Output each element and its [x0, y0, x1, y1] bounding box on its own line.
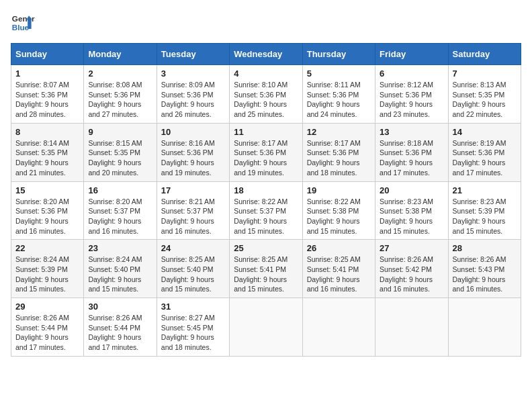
day-info: Sunrise: 8:20 AMSunset: 5:37 PMDaylight:… — [88, 197, 152, 236]
day-info: Sunrise: 8:20 AMSunset: 5:36 PMDaylight:… — [15, 197, 79, 236]
calendar-cell: 31Sunrise: 8:27 AMSunset: 5:45 PMDayligh… — [157, 298, 229, 357]
calendar-cell: 9Sunrise: 8:15 AMSunset: 5:35 PMDaylight… — [84, 123, 157, 181]
day-info: Sunrise: 8:10 AMSunset: 5:36 PMDaylight:… — [234, 80, 298, 120]
day-info: Sunrise: 8:21 AMSunset: 5:37 PMDaylight:… — [161, 197, 225, 236]
day-number: 16 — [88, 185, 152, 195]
day-info: Sunrise: 8:14 AMSunset: 5:35 PMDaylight:… — [15, 138, 79, 178]
day-info: Sunrise: 8:24 AMSunset: 5:40 PMDaylight:… — [88, 255, 152, 294]
day-info: Sunrise: 8:25 AMSunset: 5:41 PMDaylight:… — [307, 255, 371, 294]
calendar-cell: 6Sunrise: 8:12 AMSunset: 5:36 PMDaylight… — [375, 65, 448, 124]
day-info: Sunrise: 8:23 AMSunset: 5:39 PMDaylight:… — [453, 197, 517, 236]
calendar-cell: 1Sunrise: 8:07 AMSunset: 5:36 PMDaylight… — [11, 65, 84, 124]
day-info: Sunrise: 8:13 AMSunset: 5:35 PMDaylight:… — [453, 80, 517, 120]
day-number: 12 — [307, 127, 371, 137]
day-number: 7 — [453, 68, 517, 79]
day-number: 22 — [15, 243, 79, 253]
day-info: Sunrise: 8:17 AMSunset: 5:36 PMDaylight:… — [307, 138, 371, 178]
day-number: 5 — [307, 68, 371, 79]
day-info: Sunrise: 8:12 AMSunset: 5:36 PMDaylight:… — [380, 80, 443, 120]
calendar-cell: 16Sunrise: 8:20 AMSunset: 5:37 PMDayligh… — [84, 181, 157, 240]
calendar-week-1: 1Sunrise: 8:07 AMSunset: 5:36 PMDaylight… — [11, 65, 521, 124]
calendar-cell — [230, 298, 302, 357]
day-info: Sunrise: 8:27 AMSunset: 5:45 PMDaylight:… — [161, 313, 225, 353]
calendar-cell — [302, 298, 375, 357]
calendar-cell: 25Sunrise: 8:25 AMSunset: 5:41 PMDayligh… — [230, 240, 302, 298]
col-header-thursday: Thursday — [302, 44, 375, 65]
calendar-cell: 20Sunrise: 8:23 AMSunset: 5:38 PMDayligh… — [375, 181, 448, 240]
calendar-week-5: 29Sunrise: 8:26 AMSunset: 5:44 PMDayligh… — [11, 298, 521, 357]
day-number: 26 — [307, 243, 371, 253]
day-info: Sunrise: 8:24 AMSunset: 5:39 PMDaylight:… — [15, 255, 79, 294]
calendar-cell: 10Sunrise: 8:16 AMSunset: 5:36 PMDayligh… — [157, 123, 229, 181]
calendar-cell: 4Sunrise: 8:10 AMSunset: 5:36 PMDaylight… — [230, 65, 302, 124]
calendar-cell: 3Sunrise: 8:09 AMSunset: 5:36 PMDaylight… — [157, 65, 229, 124]
calendar-cell: 22Sunrise: 8:24 AMSunset: 5:39 PMDayligh… — [11, 240, 84, 298]
day-info: Sunrise: 8:17 AMSunset: 5:36 PMDaylight:… — [234, 138, 298, 178]
calendar-week-4: 22Sunrise: 8:24 AMSunset: 5:39 PMDayligh… — [11, 240, 521, 298]
day-number: 29 — [15, 302, 79, 312]
col-header-saturday: Saturday — [448, 44, 521, 65]
calendar-week-3: 15Sunrise: 8:20 AMSunset: 5:36 PMDayligh… — [11, 181, 521, 240]
calendar-cell: 15Sunrise: 8:20 AMSunset: 5:36 PMDayligh… — [11, 181, 84, 240]
day-number: 25 — [234, 243, 298, 253]
day-number: 24 — [161, 243, 225, 253]
page-header: General Blue — [11, 11, 521, 35]
day-info: Sunrise: 8:16 AMSunset: 5:36 PMDaylight:… — [161, 138, 225, 178]
day-info: Sunrise: 8:18 AMSunset: 5:36 PMDaylight:… — [380, 138, 443, 178]
day-number: 13 — [380, 127, 443, 137]
day-info: Sunrise: 8:09 AMSunset: 5:36 PMDaylight:… — [161, 80, 225, 120]
day-info: Sunrise: 8:22 AMSunset: 5:37 PMDaylight:… — [234, 197, 298, 236]
day-info: Sunrise: 8:25 AMSunset: 5:41 PMDaylight:… — [234, 255, 298, 294]
day-number: 21 — [453, 185, 517, 195]
calendar-cell: 13Sunrise: 8:18 AMSunset: 5:36 PMDayligh… — [375, 123, 448, 181]
day-number: 10 — [161, 127, 225, 137]
day-number: 30 — [88, 302, 152, 312]
day-number: 11 — [234, 127, 298, 137]
day-number: 15 — [15, 185, 79, 195]
day-number: 9 — [88, 127, 152, 137]
calendar-cell: 2Sunrise: 8:08 AMSunset: 5:36 PMDaylight… — [84, 65, 157, 124]
col-header-wednesday: Wednesday — [230, 44, 302, 65]
day-number: 8 — [15, 127, 79, 137]
day-info: Sunrise: 8:07 AMSunset: 5:36 PMDaylight:… — [15, 80, 79, 120]
day-number: 3 — [161, 68, 225, 79]
day-number: 27 — [380, 243, 443, 253]
day-number: 31 — [161, 302, 225, 312]
calendar-cell: 8Sunrise: 8:14 AMSunset: 5:35 PMDaylight… — [11, 123, 84, 181]
day-info: Sunrise: 8:23 AMSunset: 5:38 PMDaylight:… — [380, 197, 443, 236]
calendar-cell: 12Sunrise: 8:17 AMSunset: 5:36 PMDayligh… — [302, 123, 375, 181]
day-number: 18 — [234, 185, 298, 195]
logo: General Blue — [11, 11, 35, 35]
calendar-cell: 24Sunrise: 8:25 AMSunset: 5:40 PMDayligh… — [157, 240, 229, 298]
day-info: Sunrise: 8:26 AMSunset: 5:44 PMDaylight:… — [15, 313, 79, 353]
col-header-tuesday: Tuesday — [157, 44, 229, 65]
calendar-cell: 18Sunrise: 8:22 AMSunset: 5:37 PMDayligh… — [230, 181, 302, 240]
calendar-cell: 14Sunrise: 8:19 AMSunset: 5:36 PMDayligh… — [448, 123, 521, 181]
calendar-cell: 27Sunrise: 8:26 AMSunset: 5:42 PMDayligh… — [375, 240, 448, 298]
day-info: Sunrise: 8:26 AMSunset: 5:42 PMDaylight:… — [380, 255, 443, 294]
day-info: Sunrise: 8:26 AMSunset: 5:44 PMDaylight:… — [88, 313, 152, 353]
calendar-cell: 17Sunrise: 8:21 AMSunset: 5:37 PMDayligh… — [157, 181, 229, 240]
day-number: 17 — [161, 185, 225, 195]
col-header-friday: Friday — [375, 44, 448, 65]
day-number: 1 — [15, 68, 79, 79]
logo-icon: General Blue — [11, 11, 35, 35]
calendar-cell: 7Sunrise: 8:13 AMSunset: 5:35 PMDaylight… — [448, 65, 521, 124]
day-info: Sunrise: 8:19 AMSunset: 5:36 PMDaylight:… — [453, 138, 517, 178]
day-number: 28 — [453, 243, 517, 253]
day-number: 14 — [453, 127, 517, 137]
calendar-cell: 5Sunrise: 8:11 AMSunset: 5:36 PMDaylight… — [302, 65, 375, 124]
calendar-cell: 29Sunrise: 8:26 AMSunset: 5:44 PMDayligh… — [11, 298, 84, 357]
col-header-monday: Monday — [84, 44, 157, 65]
day-number: 4 — [234, 68, 298, 79]
svg-text:Blue: Blue — [12, 23, 30, 32]
calendar-cell: 30Sunrise: 8:26 AMSunset: 5:44 PMDayligh… — [84, 298, 157, 357]
day-number: 2 — [88, 68, 152, 79]
day-number: 23 — [88, 243, 152, 253]
calendar-cell: 26Sunrise: 8:25 AMSunset: 5:41 PMDayligh… — [302, 240, 375, 298]
calendar-cell: 19Sunrise: 8:22 AMSunset: 5:38 PMDayligh… — [302, 181, 375, 240]
calendar-cell: 23Sunrise: 8:24 AMSunset: 5:40 PMDayligh… — [84, 240, 157, 298]
day-number: 6 — [380, 68, 443, 79]
day-info: Sunrise: 8:26 AMSunset: 5:43 PMDaylight:… — [453, 255, 517, 294]
calendar-cell: 11Sunrise: 8:17 AMSunset: 5:36 PMDayligh… — [230, 123, 302, 181]
